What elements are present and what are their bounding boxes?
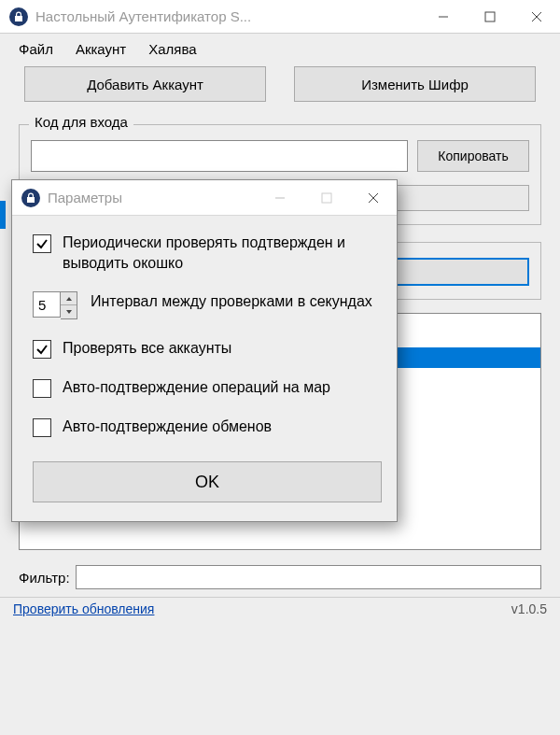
periodic-check-label: Периодически проверять подтвержден и выв… <box>63 233 382 273</box>
toolbar: Добавить Аккаунт Изменить Шифр <box>0 66 560 115</box>
chevron-up-icon <box>65 296 73 302</box>
footer: Проверить обновления v1.0.5 <box>0 597 560 622</box>
auto-market-checkbox[interactable] <box>33 379 51 398</box>
menubar: Файл Аккаунт Халява <box>0 34 560 66</box>
app-icon <box>9 7 28 26</box>
check-all-label: Проверять все аккаунты <box>63 338 231 359</box>
copy-button[interactable]: Копировать <box>417 140 529 172</box>
auto-trades-label: Авто-подтверждение обменов <box>63 417 272 437</box>
maximize-button[interactable] <box>467 0 513 33</box>
version-label: v1.0.5 <box>511 601 547 616</box>
minimize-icon <box>438 11 449 22</box>
lock-icon <box>14 11 23 22</box>
periodic-check-checkbox[interactable] <box>33 234 51 253</box>
close-icon <box>531 11 542 22</box>
filter-row: Фильтр: <box>0 558 560 597</box>
interval-up-button[interactable] <box>61 292 77 305</box>
settings-dialog: Параметры Периодически проверять подтвер… <box>11 179 398 522</box>
interval-label: Интервал между проверками в секундах <box>91 291 372 312</box>
settings-app-icon <box>21 189 40 207</box>
ok-button[interactable]: OK <box>33 461 382 502</box>
main-window-title: Настольный Аутентификатор S... <box>35 8 420 24</box>
menu-file[interactable]: Файл <box>19 41 53 57</box>
lock-icon <box>26 192 35 204</box>
auto-trades-checkbox[interactable] <box>33 418 51 437</box>
svg-marker-8 <box>66 297 72 301</box>
left-accent-sliver <box>0 201 6 229</box>
settings-maximize-button <box>303 180 350 215</box>
checkmark-icon <box>35 343 49 356</box>
close-icon <box>368 192 379 204</box>
login-code-label: Код для входа <box>29 114 133 130</box>
filter-label: Фильтр: <box>19 570 70 586</box>
menu-donate[interactable]: Халява <box>148 41 196 57</box>
check-updates-link[interactable]: Проверить обновления <box>13 601 154 616</box>
maximize-icon <box>321 192 332 204</box>
change-passkey-button[interactable]: Изменить Шифр <box>294 66 536 102</box>
menu-account[interactable]: Аккаунт <box>76 41 126 57</box>
interval-value[interactable]: 5 <box>33 291 61 318</box>
settings-minimize-button[interactable] <box>257 180 303 215</box>
chevron-down-icon <box>65 309 73 315</box>
auto-market-label: Авто-подтверждение операций на мар <box>63 377 330 398</box>
settings-title: Параметры <box>48 190 257 205</box>
settings-body: Периодически проверять подтвержден и выв… <box>12 216 397 521</box>
settings-close-button[interactable] <box>350 180 397 215</box>
window-controls <box>420 0 560 33</box>
add-account-button[interactable]: Добавить Аккаунт <box>24 66 266 102</box>
close-button[interactable] <box>513 0 560 33</box>
minimize-icon <box>274 192 286 204</box>
filter-input[interactable] <box>76 565 541 589</box>
svg-rect-1 <box>485 12 495 21</box>
minimize-button[interactable] <box>420 0 467 33</box>
svg-rect-5 <box>322 193 331 203</box>
login-code-textbox[interactable] <box>31 140 408 172</box>
interval-spinner[interactable]: 5 <box>33 291 77 319</box>
checkmark-icon <box>35 237 49 250</box>
interval-down-button[interactable] <box>61 305 77 318</box>
main-titlebar: Настольный Аутентификатор S... <box>0 0 560 34</box>
settings-titlebar: Параметры <box>12 180 397 216</box>
check-all-checkbox[interactable] <box>33 340 51 359</box>
svg-marker-9 <box>66 310 72 314</box>
maximize-icon <box>484 11 496 22</box>
